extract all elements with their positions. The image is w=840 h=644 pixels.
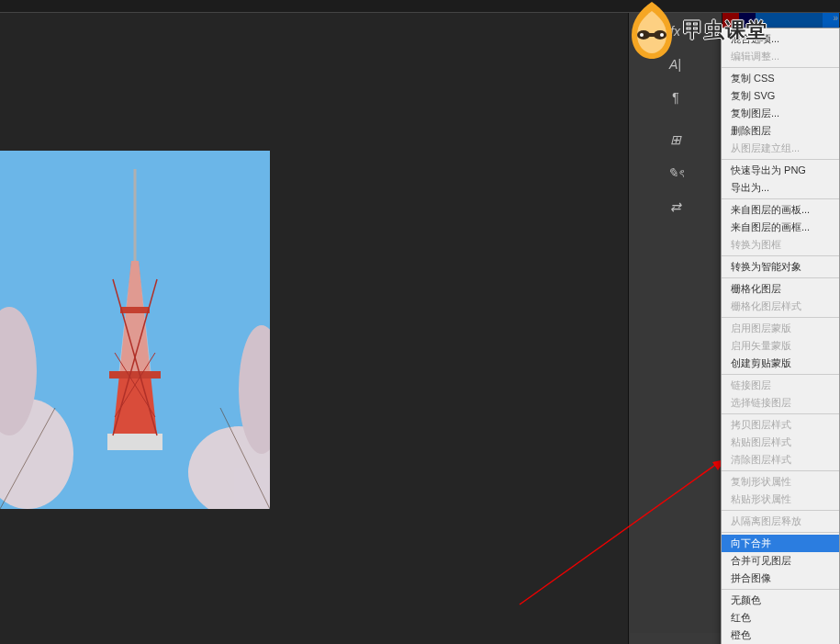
flame-icon	[624, 0, 679, 61]
layer-context-menu: 混合选项...编辑调整...复制 CSS复制 SVG复制图层...删除图层从图层…	[721, 28, 840, 644]
menu-separator	[722, 198, 839, 199]
menu-item[interactable]: 快速导出为 PNG	[722, 162, 839, 179]
collapse-right-icon[interactable]: »	[833, 13, 838, 23]
brush-icon[interactable]: ✎ৎ	[667, 165, 683, 181]
menu-separator	[722, 317, 839, 318]
menu-separator	[722, 374, 839, 375]
menu-item: 栅格化图层样式	[722, 298, 839, 315]
menu-item[interactable]: 复制 SVG	[722, 87, 839, 105]
svg-rect-17	[120, 307, 150, 313]
menu-item[interactable]: 橙色	[722, 627, 839, 644]
menu-item: 复制形状属性	[722, 473, 839, 491]
svg-rect-2	[648, 33, 655, 37]
menu-item[interactable]: 转换为智能对象	[722, 258, 839, 276]
menu-item: 清除图层样式	[722, 451, 839, 469]
watermark-text: 甲虫课堂	[683, 17, 767, 44]
svg-rect-15	[107, 434, 162, 450]
menu-separator	[722, 159, 839, 160]
menu-item: 选择链接图层	[722, 394, 839, 412]
menu-item[interactable]: 复制 CSS	[722, 70, 839, 87]
menu-separator	[722, 67, 839, 68]
adjust-icon[interactable]: ⇄	[670, 199, 681, 214]
menu-item: 从隔离图层释放	[722, 513, 839, 530]
menu-item: 启用矢量蒙版	[722, 337, 839, 355]
canvas-area	[0, 13, 629, 644]
menu-separator	[722, 255, 839, 256]
menu-item: 链接图层	[722, 377, 839, 394]
paragraph-icon[interactable]: ¶	[672, 90, 679, 105]
svg-point-4	[660, 33, 664, 37]
menu-item: 拷贝图层样式	[722, 416, 839, 434]
menu-separator	[722, 277, 839, 278]
menu-separator	[722, 470, 839, 471]
menu-separator	[722, 532, 839, 533]
menu-item: 粘贴形状属性	[722, 491, 839, 508]
menu-item[interactable]: 合并可见图层	[722, 552, 839, 570]
menu-item[interactable]: 向下合并	[722, 535, 839, 552]
menu-item: 粘贴图层样式	[722, 434, 839, 451]
menu-item[interactable]: 栅格化图层	[722, 280, 839, 298]
menu-item[interactable]: 红色	[722, 609, 839, 627]
menu-item[interactable]: 拼合图像	[722, 570, 839, 587]
menu-separator	[722, 510, 839, 511]
menu-item: 转换为图框	[722, 236, 839, 254]
svg-rect-16	[109, 371, 161, 378]
menu-item[interactable]: 来自图层的画板...	[722, 201, 839, 219]
menu-item[interactable]: 来自图层的画框...	[722, 219, 839, 236]
menu-item[interactable]: 无颜色	[722, 592, 839, 609]
menu-separator	[722, 589, 839, 590]
menu-separator	[722, 413, 839, 414]
glyph-icon[interactable]: ⊞	[670, 132, 681, 147]
menu-item: 从图层建立组...	[722, 140, 839, 157]
watermark-logo: 甲虫课堂	[624, 0, 767, 61]
menu-item[interactable]: 导出为...	[722, 179, 839, 197]
canvas-image	[0, 151, 270, 509]
menu-item: 启用图层蒙版	[722, 320, 839, 337]
menu-item[interactable]: 删除图层	[722, 122, 839, 140]
photo-content	[0, 151, 270, 509]
menu-item[interactable]: 复制图层...	[722, 105, 839, 122]
svg-point-3	[640, 33, 644, 37]
menu-item[interactable]: 创建剪贴蒙版	[722, 355, 839, 372]
